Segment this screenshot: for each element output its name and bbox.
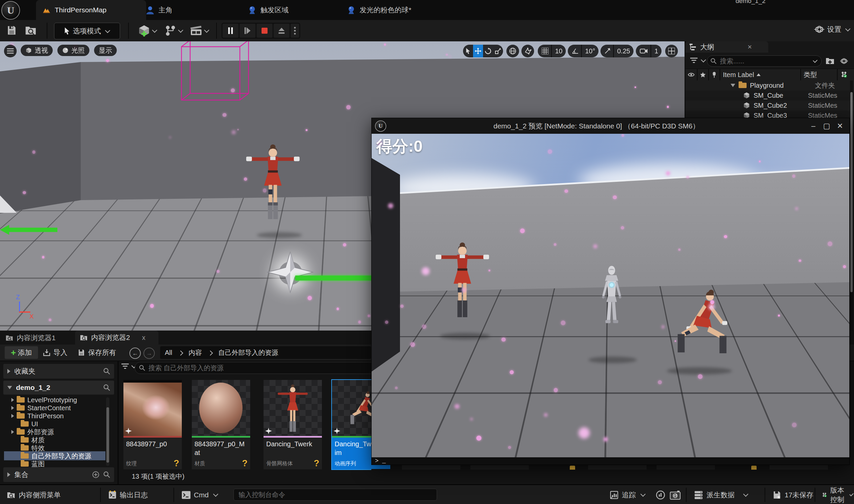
lit-mode-dropdown[interactable]: 光照: [57, 45, 89, 56]
item-label-column-header[interactable]: Item Label: [720, 71, 800, 79]
caret-down-icon[interactable]: [731, 84, 735, 87]
camera-speed-control[interactable]: 1: [636, 45, 661, 57]
tree-item-zijiwaibudaorudeziyuan[interactable]: 自己外部导入的资源: [21, 452, 91, 460]
back-button[interactable]: ←: [129, 347, 141, 359]
tab-outliner[interactable]: 大纲 ×: [686, 41, 768, 53]
source-control-column-icon[interactable]: [838, 71, 850, 78]
close-icon[interactable]: ×: [748, 43, 752, 51]
play-options-menu[interactable]: [291, 24, 299, 38]
preview-console-bar[interactable]: > _: [371, 457, 849, 465]
pause-button[interactable]: [222, 24, 238, 38]
tree-item-ui[interactable]: UI: [21, 420, 38, 428]
version-control-dropdown[interactable]: 版本控制: [822, 485, 854, 504]
viewport-menu-button[interactable]: [4, 45, 17, 57]
pin-column-icon[interactable]: [709, 72, 720, 78]
browse-content-icon[interactable]: [25, 25, 37, 36]
preview-title-bar[interactable]: U demo_1_2 预览 [NetMode: Standalone 0] （6…: [371, 118, 849, 134]
outliner-row-smcube[interactable]: SM_Cube StaticMes: [686, 90, 854, 101]
tree-item-waibuziyuan[interactable]: 外部资源: [11, 428, 54, 436]
trace-dropdown[interactable]: 追踪: [610, 485, 646, 504]
tab-thirdpersonmap[interactable]: ThirdPersonMap: [36, 0, 146, 20]
asset-tile-texture[interactable]: 88438977_p0 纹理 ?: [123, 380, 182, 469]
tree-item-texiao[interactable]: 特效: [21, 444, 45, 452]
world-local-toggle[interactable]: [506, 45, 519, 57]
cmd-dropdown[interactable]: Cmd: [182, 485, 219, 504]
rotation-snap-control[interactable]: 10°: [568, 45, 598, 57]
move-tool[interactable]: [473, 45, 483, 57]
project-root-section[interactable]: demo_1_2: [3, 381, 114, 395]
add-button[interactable]: + 添加: [5, 346, 38, 359]
settings-dropdown[interactable]: 设置: [814, 24, 851, 35]
output-log-button[interactable]: 输出日志: [108, 485, 148, 504]
asset-tile-skeletalmesh[interactable]: Dancing_Twerk 骨骼网格体 ?: [264, 380, 322, 469]
tree-item-caizhi[interactable]: 材质: [21, 436, 45, 444]
outliner-settings-icon[interactable]: [840, 57, 848, 65]
unreal-logo[interactable]: U: [1, 1, 20, 20]
frame-skip-button[interactable]: [239, 24, 256, 38]
favorites-section[interactable]: 收藏夹: [3, 364, 114, 379]
tree-item-startercontent[interactable]: StarterContent: [11, 404, 71, 412]
surface-snap-toggle[interactable]: [522, 45, 534, 57]
tab-chufaquyu[interactable]: 触发区域: [248, 0, 289, 20]
save-all-button[interactable]: 保存所有: [77, 346, 116, 359]
row-type: StaticMes: [808, 102, 844, 109]
collections-section[interactable]: 集合: [3, 467, 114, 482]
scale-snap-control[interactable]: 0.25: [600, 45, 634, 57]
outliner-search-input[interactable]: [719, 57, 809, 65]
tree-item-thirdperson[interactable]: ThirdPerson: [11, 412, 64, 420]
tab-zhujue[interactable]: 主角: [146, 0, 172, 20]
perspective-dropdown[interactable]: 透视: [21, 45, 53, 56]
quad-view-toggle[interactable]: [665, 45, 678, 57]
game-viewport[interactable]: 得分:0: [371, 134, 849, 457]
add-actor-icon[interactable]: [138, 24, 158, 37]
scale-tool[interactable]: [493, 45, 503, 57]
select-mode-dropdown[interactable]: 选项模式: [54, 23, 120, 39]
tab-content-browser-2[interactable]: 内容浏览器2 x: [75, 330, 159, 345]
pie-preview-window[interactable]: U demo_1_2 预览 [NetMode: Standalone 0] （6…: [371, 118, 850, 465]
show-dropdown[interactable]: 显示: [94, 45, 117, 56]
tree-scrollbar[interactable]: [106, 397, 109, 466]
tree-item-levelprototyping[interactable]: LevelPrototyping: [11, 396, 77, 404]
console-command-field[interactable]: [234, 489, 437, 501]
tab-content-browser-1[interactable]: 内容浏览器1: [5, 333, 56, 343]
outliner-row-playground[interactable]: Playground 文件夹: [686, 80, 854, 90]
import-button[interactable]: 导入: [43, 346, 67, 359]
maximize-button[interactable]: ▢: [820, 120, 833, 133]
stop-button[interactable]: [256, 24, 273, 38]
screenshot-button[interactable]: [670, 485, 680, 504]
tab-faguangdefensedeqiu[interactable]: 发光的粉色的球*: [347, 0, 411, 20]
outliner-filter-button[interactable]: [690, 57, 707, 64]
close-icon[interactable]: x: [142, 334, 145, 342]
question-badge: ?: [242, 458, 248, 469]
tree-item-lantu[interactable]: 蓝图: [21, 460, 45, 468]
blueprints-dropdown-icon[interactable]: [164, 25, 184, 37]
forward-button[interactable]: →: [143, 347, 155, 359]
create-folder-icon[interactable]: [825, 57, 834, 65]
asset-tile-material[interactable]: 88438977_p0_Mat 材质 ?: [192, 380, 250, 469]
visibility-column-icon[interactable]: [686, 72, 697, 77]
outliner-search[interactable]: [707, 55, 822, 67]
breadcrumb-current[interactable]: 自己外部导入的资源: [218, 348, 278, 357]
grid-snap-control[interactable]: 10: [538, 45, 566, 57]
scrollbar-thumb[interactable]: [850, 92, 853, 292]
breadcrumb-content[interactable]: 内容: [188, 348, 202, 357]
add-collection-icon[interactable]: [92, 471, 99, 478]
console-command-input[interactable]: [238, 491, 433, 499]
content-drawer-button[interactable]: 内容侧滑菜单: [7, 485, 61, 504]
cinematics-icon[interactable]: [189, 25, 210, 37]
close-button[interactable]: ✕: [833, 120, 847, 133]
favorite-column-icon[interactable]: [697, 72, 708, 77]
panel-divider[interactable]: [117, 361, 119, 484]
rotate-tool[interactable]: [483, 45, 493, 57]
eject-button[interactable]: [274, 24, 290, 38]
minimize-button[interactable]: –: [806, 120, 820, 133]
derived-data-dropdown[interactable]: 派生数据: [694, 485, 749, 504]
outliner-row-smcube2[interactable]: SM_Cube2 StaticMes: [686, 101, 854, 110]
type-column-header[interactable]: 类型: [801, 70, 837, 79]
unsaved-changes-button[interactable]: 17未保存: [773, 485, 813, 504]
insights-button[interactable]: [655, 485, 666, 504]
select-tool[interactable]: [463, 45, 473, 57]
save-icon[interactable]: [6, 25, 17, 36]
breadcrumb-all[interactable]: All: [165, 349, 172, 357]
scrollbar-thumb[interactable]: [106, 407, 109, 463]
